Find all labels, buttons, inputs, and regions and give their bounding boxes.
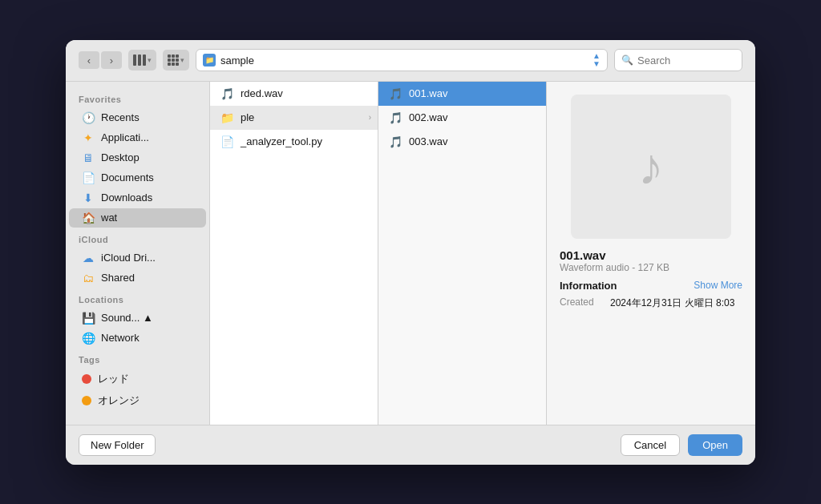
sidebar-item-sound[interactable]: 💾 Sound... ▲	[69, 308, 206, 328]
column-view-icon	[133, 54, 146, 66]
toolbar: ‹ › ▾ ▾ 📁 sample ▲ ▼ 🔍	[66, 40, 755, 82]
file-item-003[interactable]: 🎵 003.wav	[378, 130, 546, 154]
preview-info-label: Information	[560, 280, 617, 292]
chevron-right-icon: ›	[369, 113, 371, 122]
drive-icon: 💾	[82, 312, 95, 325]
tag-orange-dot	[82, 396, 91, 405]
icloud-section-label: iCloud	[66, 228, 209, 248]
cancel-button[interactable]: Cancel	[621, 434, 680, 456]
sidebar-item-icloud-drive[interactable]: ☁ iCloud Dri...	[69, 248, 206, 268]
icloud-icon: ☁	[82, 252, 95, 264]
sidebar-tag-red-label: レッド	[98, 372, 129, 386]
grid-view-icon	[168, 54, 179, 66]
file-item-py[interactable]: 📄 _analyzer_tool.py	[210, 130, 378, 154]
sidebar-recents-label: Recents	[101, 111, 140, 123]
sidebar-item-recents[interactable]: 🕐 Recents	[69, 108, 206, 127]
sidebar-desktop-label: Desktop	[101, 151, 140, 163]
home-icon: 🏠	[82, 212, 95, 224]
sidebar-item-network[interactable]: 🌐 Network	[69, 329, 206, 348]
sidebar-applications-label: Applicati...	[101, 131, 149, 143]
created-value: 2024年12月31日 火曜日 8:03	[610, 296, 734, 310]
column-view-button[interactable]: ▾	[128, 50, 156, 71]
sidebar-item-shared[interactable]: 🗂 Shared	[69, 268, 206, 288]
back-button[interactable]: ‹	[79, 51, 99, 69]
sidebar-item-desktop[interactable]: 🖥 Desktop	[69, 148, 206, 167]
created-label: Created	[560, 296, 604, 310]
file-name: _analyzer_tool.py	[241, 135, 322, 147]
sidebar-wat-label: wat	[101, 212, 117, 224]
open-button[interactable]: Open	[688, 434, 742, 456]
preview-created-row: Created 2024年12月31日 火曜日 8:03	[560, 296, 742, 310]
sidebar-downloads-label: Downloads	[101, 192, 152, 204]
grid-view-button[interactable]: ▾	[163, 50, 189, 71]
file-name: 002.wav	[409, 111, 447, 123]
preview-info-row: Information Show More	[560, 280, 742, 292]
sidebar-documents-label: Documents	[101, 171, 154, 183]
sidebar-sound-label: Sound... ▲	[101, 312, 153, 324]
search-box[interactable]: 🔍	[614, 49, 742, 71]
new-folder-button[interactable]: New Folder	[79, 434, 156, 456]
sidebar-shared-label: Shared	[101, 272, 135, 284]
location-bar[interactable]: 📁 sample ▲ ▼	[196, 49, 608, 71]
chevron-down-icon: ▾	[148, 56, 152, 64]
folder-file-icon: 📁	[220, 111, 234, 125]
file-name: 001.wav	[409, 87, 447, 99]
file-name: rded.wav	[241, 87, 283, 99]
audio-file-icon: 🎵	[220, 87, 234, 101]
sidebar-item-wat[interactable]: 🏠 wat	[69, 208, 206, 228]
sidebar-icloud-label: iCloud Dri...	[101, 252, 156, 264]
forward-button[interactable]: ›	[101, 51, 122, 69]
favorites-section-label: Favorites	[66, 88, 209, 107]
preview-filetype: Waveform audio - 127 KB	[560, 262, 742, 273]
file-name: ple	[241, 111, 254, 123]
show-more-button[interactable]: Show More	[694, 280, 742, 291]
sidebar-network-label: Network	[101, 332, 140, 344]
shared-icon: 🗂	[82, 272, 95, 284]
chevron-down-icon: ▾	[180, 56, 184, 64]
recents-icon: 🕐	[82, 111, 95, 124]
file-panels: 🎵 rded.wav 📁 ple › 📄 _analyzer_tool.py 🎵	[210, 82, 755, 425]
file-item[interactable]: 🎵 rded.wav	[210, 82, 378, 106]
python-file-icon: 📄	[220, 135, 234, 149]
music-note-icon: ♪	[638, 137, 664, 196]
sidebar: Favorites 🕐 Recents ✦ Applicati... 🖥 Des…	[66, 82, 210, 425]
file-item-001[interactable]: 🎵 001.wav	[378, 82, 546, 106]
sidebar-item-applications[interactable]: ✦ Applicati...	[69, 128, 206, 147]
location-arrows: ▲ ▼	[592, 52, 601, 68]
file-item-002[interactable]: 🎵 002.wav	[378, 106, 546, 130]
footer-right: Cancel Open	[621, 434, 742, 456]
wav-file-icon: 🎵	[388, 111, 402, 125]
wav-file-icon: 🎵	[388, 87, 402, 101]
wav-file-icon: 🎵	[388, 135, 402, 149]
sidebar-item-downloads[interactable]: ⬇ Downloads	[69, 188, 206, 208]
search-input[interactable]	[637, 54, 735, 67]
sidebar-item-tag-red[interactable]: レッド	[69, 369, 206, 389]
applications-icon: ✦	[82, 131, 95, 144]
preview-panel: ♪ 001.wav Waveform audio - 127 KB Inform…	[547, 82, 755, 425]
preview-thumbnail: ♪	[571, 95, 731, 239]
main-content: Favorites 🕐 Recents ✦ Applicati... 🖥 Des…	[66, 82, 755, 425]
preview-filename: 001.wav	[560, 248, 742, 262]
folder-icon: 📁	[203, 54, 216, 67]
sidebar-item-tag-orange[interactable]: オレンジ	[69, 390, 206, 411]
tag-red-dot	[82, 374, 91, 384]
search-icon: 🔍	[621, 54, 633, 66]
file-column-2: 🎵 001.wav 🎵 002.wav 🎵 003.wav	[378, 82, 547, 425]
location-text: sample	[220, 54, 588, 67]
nav-buttons: ‹ ›	[79, 51, 122, 69]
file-name: 003.wav	[409, 135, 447, 147]
file-column-1: 🎵 rded.wav 📁 ple › 📄 _analyzer_tool.py	[210, 82, 378, 425]
sidebar-item-documents[interactable]: 📄 Documents	[69, 168, 206, 187]
file-item-folder[interactable]: 📁 ple ›	[210, 106, 378, 130]
file-dialog: ‹ › ▾ ▾ 📁 sample ▲ ▼ 🔍	[66, 40, 755, 465]
locations-section-label: Locations	[66, 288, 209, 308]
sidebar-tag-orange-label: オレンジ	[98, 393, 140, 408]
downloads-icon: ⬇	[82, 192, 95, 204]
footer: New Folder Cancel Open	[66, 425, 755, 465]
desktop-icon: 🖥	[82, 151, 95, 164]
documents-icon: 📄	[82, 171, 95, 184]
tags-section-label: Tags	[66, 349, 209, 368]
network-icon: 🌐	[82, 332, 95, 345]
